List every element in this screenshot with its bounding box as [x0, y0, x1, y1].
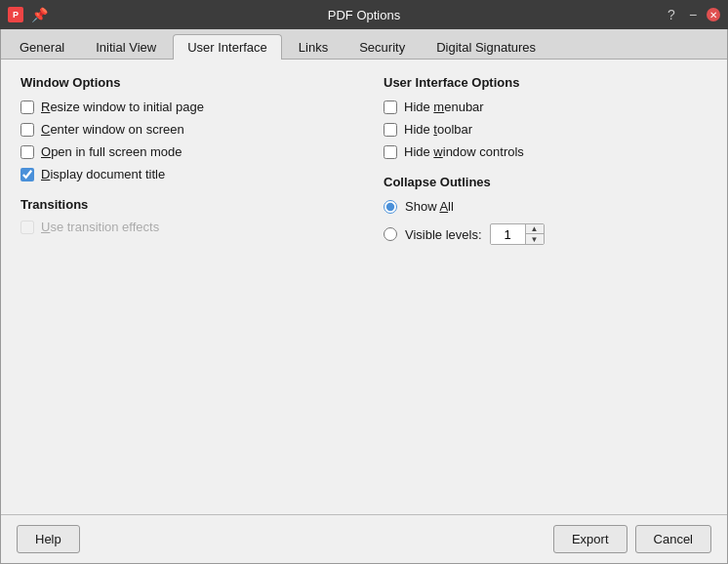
use-transitions-checkbox[interactable] [20, 221, 34, 234]
open-fullscreen-checkbox[interactable] [20, 145, 34, 159]
tab-initial-view[interactable]: Initial View [81, 34, 171, 60]
window-options-title: Window Options [20, 75, 344, 90]
title-bar-controls: ? − ✕ [664, 7, 720, 22]
title-bar: P 📌 PDF Options ? − ✕ [0, 0, 728, 29]
display-title-checkbox[interactable] [20, 168, 34, 181]
hide-window-controls-checkbox[interactable] [384, 145, 397, 159]
close-button[interactable]: ✕ [707, 8, 720, 21]
help-button[interactable]: Help [17, 525, 80, 553]
tab-general[interactable]: General [5, 34, 79, 60]
title-bar-left: P 📌 [8, 7, 47, 22]
hide-menubar-option: Hide menubar [384, 100, 708, 114]
app-icon: P [8, 7, 23, 22]
hide-window-controls-option: Hide window controls [384, 144, 708, 159]
tab-links[interactable]: Links [284, 34, 343, 60]
show-all-radio[interactable] [384, 200, 397, 214]
open-fullscreen-label[interactable]: Open in full screen mode [41, 144, 182, 159]
cancel-button[interactable]: Cancel [635, 525, 711, 553]
spin-arrows: ▲ ▼ [525, 223, 544, 245]
show-all-label[interactable]: Show All [405, 199, 454, 214]
help-icon[interactable]: ? [664, 7, 679, 22]
pin-icon[interactable]: 📌 [31, 7, 47, 22]
center-window-checkbox[interactable] [20, 123, 34, 137]
spin-down-button[interactable]: ▼ [526, 234, 544, 245]
visible-levels-input[interactable] [491, 225, 525, 244]
collapse-outlines-title: Collapse Outlines [384, 175, 708, 189]
content-area: Window Options Resize window to initial … [1, 60, 727, 514]
use-transitions-label: Use transition effects [41, 220, 159, 234]
bottom-bar: Help Export Cancel [1, 514, 727, 563]
right-column: User Interface Options Hide menubar Hide… [384, 75, 708, 499]
display-title-option: Display document title [20, 167, 344, 181]
resize-window-label[interactable]: Resize window to initial page [41, 100, 204, 114]
visible-levels-label[interactable]: Visible levels: [405, 227, 482, 242]
window-title: PDF Options [328, 8, 400, 22]
tab-digital-signatures[interactable]: Digital Signatures [422, 34, 550, 60]
spin-up-button[interactable]: ▲ [526, 223, 544, 234]
tab-security[interactable]: Security [344, 34, 420, 60]
resize-window-option: Resize window to initial page [20, 100, 344, 114]
hide-menubar-checkbox[interactable] [384, 101, 397, 114]
collapse-outlines-section: Collapse Outlines Show All Visible level… [384, 175, 708, 245]
open-fullscreen-option: Open in full screen mode [20, 144, 344, 159]
use-transitions-option: Use transition effects [20, 220, 344, 234]
visible-levels-radio[interactable] [384, 227, 397, 241]
ui-options-title: User Interface Options [384, 75, 708, 90]
options-row: Window Options Resize window to initial … [20, 75, 708, 499]
hide-toolbar-option: Hide toolbar [384, 122, 708, 137]
display-title-label[interactable]: Display document title [41, 167, 165, 181]
transitions-title: Transitions [20, 197, 344, 212]
visible-levels-spinbox: ▲ ▼ [490, 223, 545, 245]
center-window-option: Center window on screen [20, 122, 344, 137]
transitions-section: Transitions Use transition effects [20, 197, 344, 234]
visible-levels-option: Visible levels: ▲ ▼ [384, 223, 708, 245]
minimize-icon[interactable]: − [685, 7, 701, 22]
hide-window-controls-label[interactable]: Hide window controls [404, 144, 524, 159]
export-button[interactable]: Export [553, 525, 627, 553]
left-column: Window Options Resize window to initial … [20, 75, 344, 499]
action-buttons: Export Cancel [553, 525, 711, 553]
center-window-label[interactable]: Center window on screen [41, 122, 184, 137]
dialog: General Initial View User Interface Link… [0, 29, 728, 564]
hide-toolbar-label[interactable]: Hide toolbar [404, 122, 472, 137]
hide-toolbar-checkbox[interactable] [384, 123, 397, 137]
tab-bar: General Initial View User Interface Link… [1, 29, 727, 60]
resize-window-checkbox[interactable] [20, 101, 34, 114]
hide-menubar-label[interactable]: Hide menubar [404, 100, 484, 114]
show-all-option: Show All [384, 199, 708, 214]
tab-user-interface[interactable]: User Interface [173, 34, 282, 60]
